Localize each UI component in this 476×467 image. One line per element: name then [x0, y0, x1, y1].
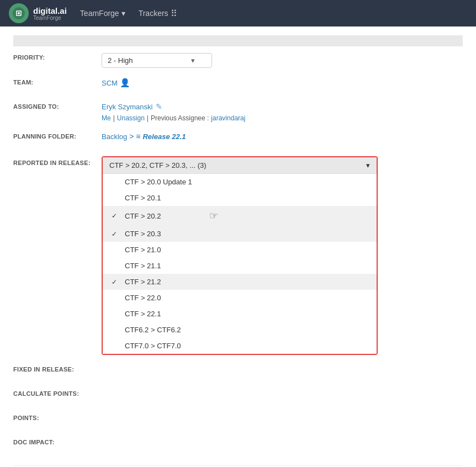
nav-trackers-label: Trackers: [139, 9, 168, 18]
reported-in-release-value: CTF > 20.2, CTF > 20.3, ... (3) ▾ CTF > …: [102, 154, 463, 355]
checkmark-3: ✓: [112, 230, 120, 238]
team-link[interactable]: SCM: [102, 79, 118, 87]
checkmark-9: [112, 326, 120, 334]
main-content: PRIORITY: 2 - High ▾ TEAM: SCM 👤 ASSIGNE…: [0, 26, 476, 467]
points-label: POINTS:: [13, 411, 102, 421]
dropdown-item-10[interactable]: CTF7.0 > CTF7.0: [103, 338, 377, 354]
dropdown-item-6[interactable]: ✓ CTF > 21.2: [103, 274, 377, 290]
dropdown-item-label-0: CTF > 20.0 Update 1: [125, 178, 192, 186]
dropdown-item-9[interactable]: CTF6.2 > CTF6.2: [103, 322, 377, 338]
assignee-previous-value[interactable]: jaravindaraj: [211, 114, 245, 122]
dropdown-item-0[interactable]: CTF > 20.0 Update 1: [103, 174, 377, 190]
dropdown-item-label-10: CTF7.0 > CTF7.0: [125, 342, 181, 350]
planning-folder-backlog-link[interactable]: Backlog: [102, 132, 127, 141]
fixed-in-release-label: FIXED IN RELEASE:: [13, 363, 102, 373]
assigned-to-row: ASSIGNED TO: Eryk Szymanski ✎ Me | Unass…: [13, 100, 463, 122]
assignee-me-link[interactable]: Me: [102, 114, 111, 122]
dropdown-item-label-1: CTF > 20.1: [125, 194, 161, 202]
dropdown-item-label-9: CTF6.2 > CTF6.2: [125, 326, 181, 334]
dropdown-item-label-7: CTF > 22.0: [125, 294, 161, 302]
calculate-points-row: CALCULATE POINTS:: [13, 387, 463, 404]
nav-teamforge-label: TeamForge: [80, 9, 119, 18]
checkmark-10: [112, 342, 120, 350]
dropdown-item-5[interactable]: CTF > 21.1: [103, 258, 377, 274]
reported-selected-text: CTF > 20.2, CTF > 20.3, ... (3): [109, 161, 207, 169]
dropdown-item-label-5: CTF > 21.1: [125, 262, 161, 270]
assignee-actions: Me | Unassign | Previous Assignee : jara…: [102, 114, 463, 122]
team-user-icon: 👤: [120, 78, 130, 88]
checkmark-2: ✓: [112, 212, 120, 220]
app-header: digital.ai TeamForge TeamForge ▾ Tracker…: [0, 0, 476, 26]
nav-teamforge[interactable]: TeamForge ▾: [80, 9, 125, 18]
nav-trackers-grid-icon: ⠿: [171, 8, 177, 19]
assigned-to-value: Eryk Szymanski ✎ Me | Unassign | Previou…: [102, 100, 463, 122]
assigned-to-label: ASSIGNED TO:: [13, 100, 102, 110]
team-row: TEAM: SCM 👤: [13, 76, 463, 92]
checkmark-8: [112, 310, 120, 318]
points-row: POINTS:: [13, 411, 463, 428]
priority-chevron-icon: ▾: [191, 56, 195, 65]
checkmark-5: [112, 262, 120, 270]
doc-impact-value: [102, 436, 463, 438]
doc-impact-row: DOC IMPACT:: [13, 436, 463, 452]
doc-impact-label: DOC IMPACT:: [13, 436, 102, 445]
fixed-in-release-row: FIXED IN RELEASE:: [13, 363, 463, 379]
dropdown-item-2[interactable]: ✓ CTF > 20.2 ☞: [103, 206, 377, 226]
assignee-name[interactable]: Eryk Szymanski: [102, 103, 152, 111]
reported-in-release-dropdown-header[interactable]: CTF > 20.2, CTF > 20.3, ... (3) ▾: [103, 157, 377, 173]
planning-folder-arrow-icon: > ≡: [129, 132, 140, 141]
dropdown-item-4[interactable]: CTF > 21.0: [103, 242, 377, 258]
fixed-in-release-value: [102, 363, 463, 365]
priority-row: PRIORITY: 2 - High ▾: [13, 51, 463, 68]
team-value: SCM 👤: [102, 76, 463, 88]
checkmark-6: ✓: [112, 278, 120, 286]
reported-in-release-label: REPORTED IN RELEASE:: [13, 154, 102, 166]
dropdown-item-3[interactable]: ✓ CTF > 20.3: [103, 226, 377, 242]
calculate-points-value: [102, 387, 463, 389]
nav-teamforge-chevron: ▾: [121, 9, 125, 18]
checkmark-0: [112, 178, 120, 186]
scroll-area: [13, 35, 463, 46]
nav-trackers[interactable]: Trackers ⠿: [139, 8, 177, 19]
priority-selected-value: 2 - High: [108, 56, 133, 65]
dropdown-item-8[interactable]: CTF > 22.1: [103, 306, 377, 322]
logo-icon: [9, 3, 29, 23]
cursor-hand-icon: ☞: [209, 210, 218, 222]
calculate-points-label: CALCULATE POINTS:: [13, 387, 102, 397]
dropdown-item-label-4: CTF > 21.0: [125, 246, 161, 254]
logo: digital.ai TeamForge: [9, 3, 67, 23]
reported-dropdown-chevron: ▾: [366, 161, 370, 169]
planning-folder-release-link[interactable]: Release 22.1: [142, 132, 186, 141]
assignee-edit-icon[interactable]: ✎: [156, 102, 162, 111]
planning-folder-row: PLANNING FOLDER: Backlog > ≡ Release 22.…: [13, 130, 463, 146]
planning-folder-label: PLANNING FOLDER:: [13, 130, 102, 140]
reported-in-release-dropdown-wrapper: CTF > 20.2, CTF > 20.3, ... (3) ▾ CTF > …: [102, 156, 378, 355]
team-label: TEAM:: [13, 76, 102, 86]
assignee-separator-2: |: [147, 114, 149, 122]
svg-point-1: [18, 12, 20, 14]
checkmark-4: [112, 246, 120, 254]
dropdown-item-label-3: CTF > 20.3: [125, 230, 161, 238]
logo-text-block: digital.ai TeamForge: [33, 6, 67, 21]
priority-value: 2 - High ▾: [102, 51, 463, 68]
header-navigation: TeamForge ▾ Trackers ⠿: [80, 8, 177, 19]
planning-folder-value: Backlog > ≡ Release 22.1: [102, 130, 463, 141]
dropdown-item-label-8: CTF > 22.1: [125, 310, 161, 318]
priority-label: PRIORITY:: [13, 51, 102, 61]
reported-in-release-row: REPORTED IN RELEASE: CTF > 20.2, CTF > 2…: [13, 154, 463, 355]
logo-sub-text: TeamForge: [33, 15, 67, 21]
points-value: [102, 411, 463, 413]
assignee-previous-label: Previous Assignee :: [151, 114, 209, 122]
checkmark-1: [112, 194, 120, 202]
logo-main-text: digital.ai: [33, 6, 67, 15]
reported-dropdown-list: CTF > 20.0 Update 1 CTF > 20.1 ✓ CTF > 2…: [103, 173, 377, 354]
dropdown-item-7[interactable]: CTF > 22.0: [103, 290, 377, 306]
checkmark-7: [112, 294, 120, 302]
dropdown-item-label-6: CTF > 21.2: [125, 278, 161, 286]
dropdown-item-1[interactable]: CTF > 20.1: [103, 190, 377, 206]
assignee-unassign-link[interactable]: Unassign: [117, 114, 145, 122]
assignee-separator-1: |: [113, 114, 115, 122]
dropdown-item-label-2: CTF > 20.2: [125, 212, 161, 220]
priority-dropdown[interactable]: 2 - High ▾: [102, 53, 212, 68]
